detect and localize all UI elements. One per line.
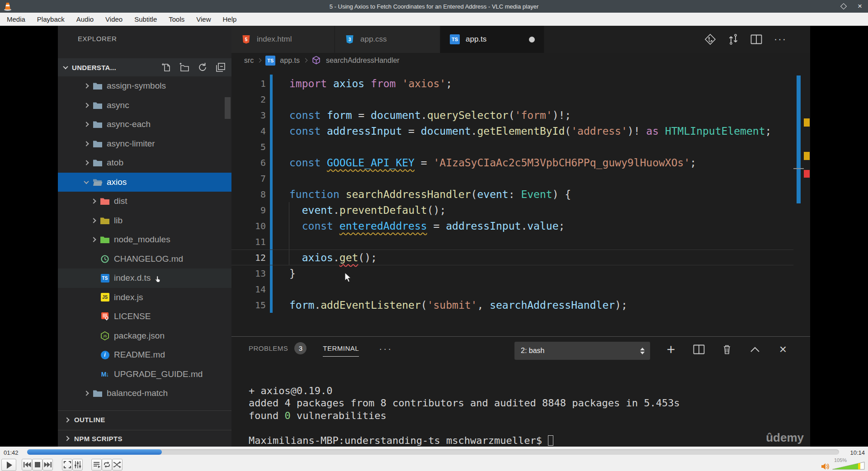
window-title: 5 - Using Axios to Fetch Coordinates for… xyxy=(0,3,868,10)
tree-item-balanced-match[interactable]: balanced-match xyxy=(58,384,231,403)
line-number: 13 xyxy=(231,268,266,279)
cursor-position-marker xyxy=(793,168,804,169)
folder-icon xyxy=(92,101,103,109)
tab-app-ts[interactable]: TSapp.ts xyxy=(440,26,544,53)
sidebar-scrollbar[interactable] xyxy=(225,97,231,119)
menu-subtitle[interactable]: Subtitle xyxy=(128,13,163,26)
workspace-section-header[interactable]: UNDERSTA... xyxy=(58,58,231,76)
tree-item-index-js[interactable]: JSindex.js xyxy=(58,288,231,307)
previous-button[interactable] xyxy=(22,459,32,471)
refresh-icon[interactable] xyxy=(198,62,208,72)
tree-item-async-limiter[interactable]: async-limiter xyxy=(58,134,231,154)
tree-item-index-d-ts[interactable]: TSindex.d.ts xyxy=(58,268,231,288)
tree-item-license[interactable]: LICENSE xyxy=(58,307,231,326)
add-terminal-icon[interactable]: + xyxy=(665,345,677,354)
random-button[interactable] xyxy=(112,459,123,471)
folder-icon xyxy=(92,82,103,90)
line-number: 10 xyxy=(231,221,266,231)
stop-button[interactable] xyxy=(32,459,42,471)
code-text: } xyxy=(289,268,296,279)
speaker-icon[interactable] xyxy=(821,463,830,471)
tree-item-label: UPGRADE_GUIDE.md xyxy=(114,369,203,379)
seek-fill xyxy=(27,449,162,455)
extended-settings-button[interactable] xyxy=(72,459,83,471)
close-button[interactable]: × xyxy=(856,3,863,10)
next-button[interactable] xyxy=(42,459,53,471)
dts-icon: TS xyxy=(99,274,110,283)
maximize-button[interactable] xyxy=(840,3,847,10)
more-panels-icon[interactable]: ··· xyxy=(379,343,392,354)
breadcrumb-item[interactable]: searchAddressHandler xyxy=(326,57,400,65)
code-line-8: 8function searchAddressHandler(event: Ev… xyxy=(231,186,793,202)
tab-problems[interactable]: PROBLEMS xyxy=(249,344,288,352)
menu-playback[interactable]: Playback xyxy=(31,13,71,26)
line-number: 2 xyxy=(231,94,266,105)
code-editor[interactable]: 1import axios from 'axios';23const form … xyxy=(231,68,793,336)
tree-item-atob[interactable]: atob xyxy=(58,153,231,173)
tab-app-css[interactable]: 3app.css xyxy=(335,26,440,53)
terminal-select[interactable]: 2: bash xyxy=(514,342,650,360)
explorer-title: EXPLORER xyxy=(78,35,117,42)
code-line-4: 4const addressInput = document.getElemen… xyxy=(231,123,793,139)
code-line-5: 5 xyxy=(231,139,793,155)
breadcrumb-item[interactable]: src xyxy=(244,57,254,65)
modified-range-marker xyxy=(797,75,801,203)
kill-terminal-icon[interactable] xyxy=(721,344,733,355)
overview-ruler[interactable] xyxy=(793,68,810,336)
menu-video[interactable]: Video xyxy=(99,13,128,26)
terminal-line: found 0 vulnerabilities xyxy=(249,410,680,422)
menu-view[interactable]: View xyxy=(190,13,217,26)
tree-item-upgrade-guide-md[interactable]: M↓UPGRADE_GUIDE.md xyxy=(58,365,231,384)
split-terminal-icon[interactable] xyxy=(693,344,705,355)
npm-scripts-section[interactable]: NPM SCRIPTS xyxy=(58,430,231,447)
minimize-button[interactable] xyxy=(824,3,831,10)
tree-item-node-modules[interactable]: node_modules xyxy=(58,230,231,250)
tree-item-changelog-md[interactable]: CHANGELOG.md xyxy=(58,250,231,269)
video-area[interactable]: EXPLORER UNDERSTA... assign-symbolsasync… xyxy=(0,26,868,447)
tree-item-readme-md[interactable]: iREADME.md xyxy=(58,345,231,365)
tree-item-dist[interactable]: dist xyxy=(58,192,231,211)
tree-item-async-each[interactable]: async-each xyxy=(58,115,231,134)
loop-button[interactable] xyxy=(102,459,112,471)
git-compare-icon[interactable] xyxy=(704,33,716,45)
new-folder-icon[interactable] xyxy=(179,62,190,72)
line-number: 1 xyxy=(231,78,266,89)
play-button[interactable] xyxy=(1,459,16,471)
code-line-12: 12 axios.get(); xyxy=(231,250,793,265)
code-line-1: 1import axios from 'axios'; xyxy=(231,75,793,91)
tab-index-html[interactable]: 5index.html xyxy=(231,26,335,53)
more-actions-icon[interactable]: ··· xyxy=(774,37,787,42)
open-changes-icon[interactable] xyxy=(728,33,739,45)
breadcrumb-item[interactable]: app.ts xyxy=(280,57,300,65)
dirty-indicator[interactable] xyxy=(529,37,535,42)
code-text: event.preventDefault(); xyxy=(289,204,446,216)
menu-media[interactable]: Media xyxy=(1,13,31,26)
maximize-panel-icon[interactable] xyxy=(749,346,761,353)
code-text: function searchAddressHandler(event: Eve… xyxy=(289,188,571,200)
tab-terminal[interactable]: TERMINAL xyxy=(323,344,359,357)
recorded-hand-cursor xyxy=(155,275,160,285)
error-marker xyxy=(804,170,810,178)
tree-item-async[interactable]: async xyxy=(58,96,231,115)
close-panel-icon[interactable]: × xyxy=(777,345,789,353)
terminal-output[interactable]: + axios@0.19.0added 4 packages from 8 co… xyxy=(249,385,680,447)
new-file-icon[interactable] xyxy=(161,62,171,72)
css3-icon: 3 xyxy=(344,35,355,44)
chevron-icon xyxy=(81,84,91,88)
tree-item-package-json[interactable]: JSpackage.json xyxy=(58,326,231,346)
tree-item-lib[interactable]: lib xyxy=(58,211,231,231)
outline-section[interactable]: OUTLINE xyxy=(58,410,231,429)
chevron-icon xyxy=(81,391,91,395)
volume-slider[interactable] xyxy=(832,462,865,471)
seek-slider[interactable] xyxy=(27,449,839,455)
menu-help[interactable]: Help xyxy=(217,13,243,26)
code-text: const addressInput = document.getElement… xyxy=(289,125,771,137)
fullscreen-button[interactable] xyxy=(62,459,72,471)
playlist-button[interactable] xyxy=(91,459,102,471)
collapse-all-icon[interactable] xyxy=(215,62,226,73)
tree-item-assign-symbols[interactable]: assign-symbols xyxy=(58,76,231,96)
split-editor-icon[interactable] xyxy=(750,34,762,45)
tree-item-axios[interactable]: axios xyxy=(58,173,231,192)
menu-audio[interactable]: Audio xyxy=(71,13,99,26)
menu-tools[interactable]: Tools xyxy=(163,13,190,26)
